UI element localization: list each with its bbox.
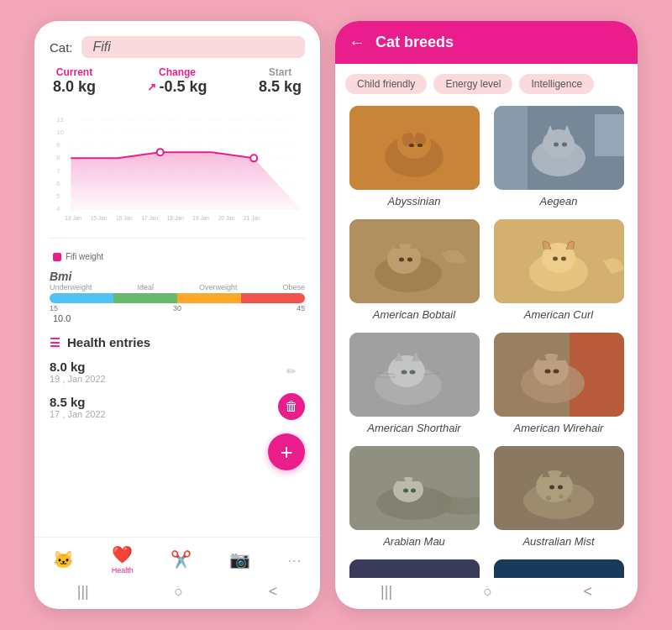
cat-name-input[interactable]	[81, 36, 305, 58]
svg-point-89	[559, 495, 563, 499]
svg-text:17 Jan: 17 Jan	[141, 215, 158, 221]
breed-card-american-shorthair[interactable]: American Shorthair	[342, 328, 486, 441]
svg-point-55	[561, 257, 566, 261]
stat-start: Start 8.5 kg	[259, 66, 302, 96]
breed-img-arabian-mau	[349, 446, 480, 530]
nav-item-camera[interactable]: 📷	[229, 549, 250, 570]
svg-point-34	[417, 144, 423, 147]
right-bar-back: <	[583, 583, 592, 601]
breeds-title: Cat breeds	[375, 34, 454, 51]
back-button[interactable]: ←	[349, 33, 365, 52]
bar-circle: ○	[174, 583, 183, 601]
weight-chart: 11 10 9 8 7 6 5 4	[50, 104, 305, 239]
svg-text:13 Jan: 13 Jan	[65, 215, 81, 221]
current-label: Current	[53, 66, 96, 78]
breeds-grid: Abyssinian Aegean	[335, 101, 638, 578]
svg-point-88	[546, 496, 551, 501]
svg-point-90	[568, 499, 571, 502]
svg-point-54	[553, 257, 558, 261]
svg-text:20 Jan: 20 Jan	[218, 215, 235, 221]
breed-name-abyssinian: Abyssinian	[388, 195, 441, 207]
filter-intelligence[interactable]: Intelligence	[519, 74, 594, 94]
breed-img-abyssinian	[349, 106, 480, 190]
health-nav-icon: ❤️	[112, 544, 133, 564]
breed-card-sphynx[interactable]: Sphynx	[486, 554, 631, 578]
delete-button-2[interactable]: 🗑	[278, 393, 305, 420]
breed-card-arabian-mau[interactable]: Arabian Mau	[342, 441, 486, 554]
edit-button-1[interactable]: ✏	[278, 358, 305, 385]
entry-item-2: 8.5 kg 17 , Jan 2022 🗑	[50, 391, 305, 422]
health-entries-section: ☰ Health entries 8.0 kg 19 , Jan 2022 ✏ …	[50, 332, 305, 422]
svg-point-61	[401, 370, 407, 375]
bmi-ideal: Ideal	[137, 283, 154, 291]
svg-text:18 Jan: 18 Jan	[167, 215, 184, 221]
bmi-markers: 15 30 45	[50, 304, 305, 312]
change-label: Change	[147, 66, 207, 78]
bmi-section: Bmi Underweight Ideal Overweight Obese 1…	[50, 270, 305, 323]
stat-current: Current 8.0 kg	[53, 66, 96, 96]
health-entries-title: Health entries	[67, 335, 150, 349]
bmi-seg-ideal	[113, 293, 177, 303]
breed-card-american-wirehair[interactable]: American Wirehair	[486, 328, 631, 441]
svg-text:5: 5	[56, 192, 60, 200]
health-icon: ☰	[50, 336, 60, 349]
nav-item-health[interactable]: ❤️ Health	[112, 544, 134, 575]
breed-name-american-shorthair: American Shorthair	[367, 422, 460, 434]
camera-icon: 📷	[229, 549, 250, 570]
breed-card-balinese[interactable]: Balinese	[342, 554, 486, 578]
breed-name-american-curl: American Curl	[524, 308, 593, 321]
section-header: ☰ Health entries	[50, 335, 305, 349]
svg-text:15 Jan: 15 Jan	[91, 215, 108, 221]
bmi-seg-underweight	[50, 293, 113, 303]
bmi-bar	[50, 293, 305, 303]
breed-img-balinese	[349, 559, 480, 578]
cat-label: Cat:	[50, 40, 73, 55]
bmi-obese: Obese	[282, 283, 305, 291]
breed-name-american-wirehair: American Wirehair	[514, 422, 604, 434]
breed-img-american-curl	[494, 219, 624, 303]
left-phone-content: Cat: Current 8.0 kg Change ↗ -0.5 kg Sta…	[34, 21, 320, 537]
svg-point-73	[553, 370, 559, 374]
current-value: 8.0 kg	[53, 78, 96, 96]
bar-back: <	[269, 583, 278, 601]
stats-row: Current 8.0 kg Change ↗ -0.5 kg Start 8.…	[50, 66, 305, 96]
bar-lines: |||	[77, 583, 89, 601]
right-bar-circle: ○	[483, 583, 492, 601]
filter-energy-level[interactable]: Energy level	[433, 74, 512, 94]
svg-text:8: 8	[56, 154, 60, 161]
bmi-value: 10.0	[50, 313, 305, 323]
health-nav-label: Health	[112, 566, 134, 575]
bmi-marker-45: 45	[297, 304, 305, 312]
svg-text:4: 4	[56, 205, 60, 213]
svg-point-17	[250, 155, 257, 161]
trend-icon: ↗	[147, 81, 156, 93]
breed-card-australian-mist[interactable]: Australian Mist	[486, 441, 631, 554]
bmi-bar-wrapper: 15 30 45 10.0	[50, 293, 305, 323]
breed-card-abyssinian[interactable]: Abyssinian	[342, 101, 486, 214]
scissors-icon: ✂️	[171, 549, 192, 570]
filter-child-friendly[interactable]: Child friendly	[345, 74, 427, 94]
svg-text:21 Jan: 21 Jan	[244, 215, 260, 221]
nav-item-scissors[interactable]: ✂️	[171, 549, 192, 570]
breed-card-american-curl[interactable]: American Curl	[486, 214, 631, 328]
bmi-labels-row: Underweight Ideal Overweight Obese	[50, 283, 305, 291]
right-bar-lines: |||	[381, 583, 392, 601]
svg-point-80	[411, 489, 416, 493]
nav-item-cat[interactable]: 🐱	[53, 549, 74, 570]
filter-row: Child friendly Energy level Intelligence	[335, 64, 638, 101]
breed-name-aegean: Aegean	[540, 195, 578, 207]
nav-item-more[interactable]: ···	[287, 550, 302, 570]
breed-card-american-bobtail[interactable]: American Bobtail	[342, 214, 486, 328]
breed-card-aegean[interactable]: Aegean	[486, 101, 631, 214]
add-entry-fab[interactable]: +	[268, 433, 305, 470]
breed-img-aegean	[494, 106, 624, 190]
bmi-seg-obese	[241, 293, 305, 303]
entry-actions-1: ✏	[278, 358, 305, 385]
svg-point-86	[549, 486, 554, 490]
start-label: Start	[259, 66, 302, 78]
breed-img-american-shorthair	[349, 333, 480, 417]
svg-rect-91	[349, 559, 480, 578]
right-phone-header: ← Cat breeds	[335, 21, 638, 64]
breed-img-american-wirehair	[494, 333, 624, 417]
svg-point-87	[558, 486, 563, 490]
